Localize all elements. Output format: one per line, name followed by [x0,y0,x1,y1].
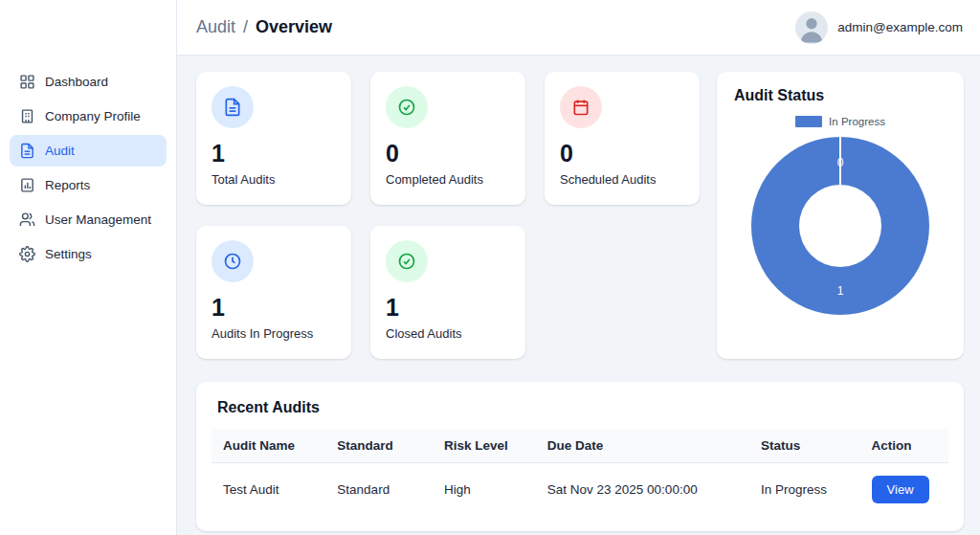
donut-hole [799,185,881,267]
column-header-status: Status [749,429,860,463]
user-email: admin@example.com [837,20,963,34]
column-header-standard: Standard [325,429,433,463]
column-header-due-date: Due Date [536,429,749,463]
users-icon [19,212,35,228]
stat-label: Closed Audits [386,326,510,341]
sidebar-item-label: User Management [45,212,151,227]
cell-due-date: Sat Nov 23 2025 00:00:00 [536,463,749,517]
legend-swatch-in-progress [795,116,822,127]
report-chart-icon [19,177,35,193]
sidebar-item-reports[interactable]: Reports [10,169,167,201]
audit-document-icon [19,143,35,159]
recent-audits-title: Recent Audits [217,399,948,416]
table-row: Test Audit Standard High Sat Nov 23 2025… [212,463,948,517]
donut-chart: 0 1 [751,137,929,315]
sidebar-item-user-management[interactable]: User Management [10,204,167,235]
sidebar-nav: Dashboard Company Profile Audit Reports [0,66,176,270]
stat-value: 1 [386,294,510,322]
user-menu[interactable]: admin@example.com [795,11,963,44]
document-icon [212,86,254,128]
stat-value: 0 [386,140,510,167]
recent-audits-card: Recent Audits Audit Name Standard Risk L… [196,382,964,531]
building-icon [19,108,35,124]
main-column: Audit / Overview admin@example.com [177,0,980,535]
view-button[interactable]: View [872,476,929,503]
stats-grid: 1 Total Audits 0 Completed Audits [196,72,700,359]
chart-legend[interactable]: In Progress [734,116,947,127]
legend-label: In Progress [829,116,885,127]
stat-value: 1 [212,140,336,167]
cell-action: View [860,463,948,517]
calendar-icon [560,86,602,128]
content-area: 1 Total Audits 0 Completed Audits [177,56,980,535]
stat-label: Total Audits [212,172,336,187]
cell-audit-name: Test Audit [212,463,325,517]
sidebar-item-label: Company Profile [45,109,141,123]
stat-card-closed-audits: 1 Closed Audits [370,226,525,359]
recent-audits-table: Audit Name Standard Risk Level Due Date … [212,429,948,516]
avatar [795,11,828,44]
sidebar-item-company-profile[interactable]: Company Profile [10,100,167,132]
app-root: Dashboard Company Profile Audit Reports [0,0,980,535]
cell-standard: Standard [325,463,433,517]
stat-value: 0 [560,140,684,167]
check-circle-icon [386,86,428,128]
stat-label: Scheduled Audits [560,172,684,187]
breadcrumb-current-page: Overview [256,17,332,37]
top-grid: 1 Total Audits 0 Completed Audits [196,72,964,359]
donut-value-label-bottom: 1 [751,284,929,298]
stat-card-completed-audits: 0 Completed Audits [370,72,525,205]
stat-card-scheduled-audits: 0 Scheduled Audits [545,72,700,205]
check-circle-icon [386,240,428,282]
donut-value-label-top: 0 [751,156,929,169]
sidebar: Dashboard Company Profile Audit Reports [0,0,177,535]
cell-risk-level: High [433,463,536,517]
breadcrumb: Audit / Overview [196,17,332,37]
stat-value: 1 [212,294,336,322]
column-header-audit-name: Audit Name [212,429,325,463]
stat-label: Audits In Progress [212,326,336,341]
table-header: Audit Name Standard Risk Level Due Date … [212,429,948,463]
stat-label: Completed Audits [386,172,510,187]
audit-status-title: Audit Status [734,87,947,104]
column-header-risk-level: Risk Level [433,429,536,463]
sidebar-item-label: Reports [45,178,90,192]
topbar: Audit / Overview admin@example.com [177,0,980,56]
sidebar-item-settings[interactable]: Settings [10,238,167,270]
breadcrumb-section[interactable]: Audit [196,17,235,37]
gear-icon [19,246,35,262]
stat-card-audits-in-progress: 1 Audits In Progress [196,226,351,359]
sidebar-item-label: Settings [45,247,92,261]
breadcrumb-separator: / [243,17,248,37]
sidebar-item-label: Dashboard [45,75,108,89]
column-header-action: Action [860,429,948,463]
audit-status-card: Audit Status In Progress 0 1 [717,72,964,359]
sidebar-item-audit[interactable]: Audit [10,135,167,167]
dashboard-icon [19,74,35,90]
clock-icon [212,240,254,282]
stat-card-total-audits: 1 Total Audits [196,72,351,205]
cell-status: In Progress [749,463,860,517]
sidebar-item-dashboard[interactable]: Dashboard [10,66,167,98]
sidebar-item-label: Audit [45,144,75,158]
